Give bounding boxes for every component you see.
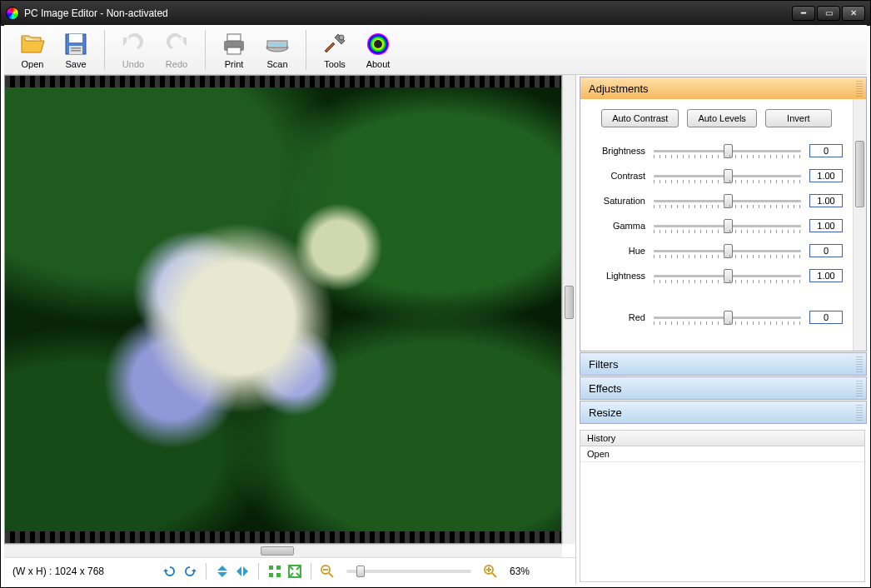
slider-label-hue: Hue (587, 246, 654, 256)
app-window: PC Image Editor - Non-activated ━ ▭ ✕ Op… (0, 0, 871, 588)
undo-button[interactable]: Undo (112, 29, 155, 71)
close-button[interactable]: ✕ (842, 6, 865, 21)
auto-contrast-button[interactable]: Auto Contrast (601, 109, 679, 127)
hue-slider[interactable] (654, 250, 801, 252)
slider-label-red: Red (587, 312, 654, 322)
saturation-value[interactable]: 1.00 (809, 194, 843, 207)
invert-button[interactable]: Invert (765, 109, 832, 127)
lightness-value[interactable]: 1.00 (809, 269, 843, 282)
contrast-slider[interactable] (654, 175, 801, 177)
rotate-left-icon[interactable] (162, 564, 177, 579)
print-button[interactable]: Print (212, 29, 256, 71)
zoom-out-icon[interactable] (320, 564, 335, 579)
about-button[interactable]: About (356, 29, 400, 71)
red-slider[interactable] (654, 316, 801, 319)
hue-value[interactable]: 0 (809, 244, 843, 257)
minimize-button[interactable]: ━ (792, 6, 815, 21)
slider-label-saturation: Saturation (587, 196, 654, 206)
effects-header[interactable]: Effects (580, 377, 866, 399)
rotate-right-icon[interactable] (182, 564, 197, 579)
scan-button[interactable]: Scan (256, 29, 299, 71)
titlebar[interactable]: PC Image Editor - Non-activated ━ ▭ ✕ (1, 1, 870, 25)
undo-icon (120, 31, 147, 57)
svg-rect-7 (227, 47, 241, 54)
actual-size-icon[interactable] (287, 564, 302, 579)
brightness-value[interactable]: 0 (809, 144, 843, 157)
folder-open-icon (19, 31, 46, 57)
svg-point-11 (339, 35, 344, 40)
zoom-slider[interactable] (346, 570, 471, 573)
floppy-save-icon (62, 31, 89, 57)
canvas-area[interactable] (4, 75, 575, 557)
slider-label-lightness: Lightness (587, 271, 654, 281)
adjustments-header[interactable]: Adjustments (580, 77, 866, 99)
history-header: History (580, 431, 864, 446)
vertical-scrollbar[interactable] (562, 75, 575, 544)
svg-rect-14 (269, 566, 273, 570)
scanner-icon (264, 31, 291, 57)
maximize-button[interactable]: ▭ (817, 6, 840, 21)
svg-line-23 (492, 573, 496, 577)
flip-vertical-icon[interactable] (215, 564, 230, 579)
printer-icon (221, 31, 247, 57)
svg-rect-10 (269, 42, 286, 46)
auto-levels-button[interactable]: Auto Levels (687, 109, 756, 127)
svg-rect-15 (276, 566, 281, 570)
open-button[interactable]: Open (11, 29, 54, 71)
svg-rect-17 (276, 573, 281, 577)
saturation-slider[interactable] (654, 200, 801, 202)
svg-rect-3 (71, 47, 81, 49)
gamma-value[interactable]: 1.00 (809, 219, 843, 232)
svg-rect-16 (269, 573, 273, 577)
main-toolbar: Open Save Undo (4, 25, 867, 75)
slider-label-gamma: Gamma (587, 221, 654, 231)
side-panel: Adjustments Auto Contrast Auto Levels In… (575, 75, 867, 584)
filters-header[interactable]: Filters (580, 353, 866, 375)
svg-rect-1 (69, 34, 82, 42)
history-panel: History Open (580, 430, 865, 582)
flip-horizontal-icon[interactable] (235, 564, 250, 579)
app-icon (6, 7, 19, 20)
horizontal-scrollbar[interactable] (4, 544, 562, 557)
adjustments-scrollbar[interactable] (853, 99, 866, 351)
svg-rect-6 (227, 34, 241, 41)
slider-label-brightness: Brightness (587, 146, 654, 156)
tools-button[interactable]: Tools (313, 29, 356, 71)
slider-label-contrast: Contrast (587, 171, 654, 181)
tools-icon (321, 31, 348, 57)
zoom-in-icon[interactable] (483, 564, 498, 579)
svg-rect-4 (71, 50, 81, 52)
image-dimensions: (W x H) : 1024 x 768 (12, 566, 154, 577)
window-title: PC Image Editor - Non-activated (24, 7, 792, 19)
save-button[interactable]: Save (54, 29, 97, 71)
gamma-slider[interactable] (654, 225, 801, 227)
contrast-value[interactable]: 1.00 (809, 169, 843, 182)
redo-button[interactable]: Redo (155, 29, 198, 71)
history-item[interactable]: Open (580, 446, 864, 462)
resize-header[interactable]: Resize (580, 401, 866, 423)
fit-screen-icon[interactable] (267, 564, 282, 579)
svg-line-20 (329, 573, 333, 577)
svg-point-13 (374, 40, 382, 48)
red-value[interactable]: 0 (809, 311, 843, 324)
lightness-slider[interactable] (654, 275, 801, 277)
image-canvas[interactable] (5, 87, 561, 531)
about-icon (365, 31, 391, 57)
zoom-percent: 63% (510, 566, 530, 577)
redo-icon (163, 31, 190, 57)
brightness-slider[interactable] (654, 150, 801, 152)
statusbar: (W x H) : 1024 x 768 (4, 557, 575, 584)
